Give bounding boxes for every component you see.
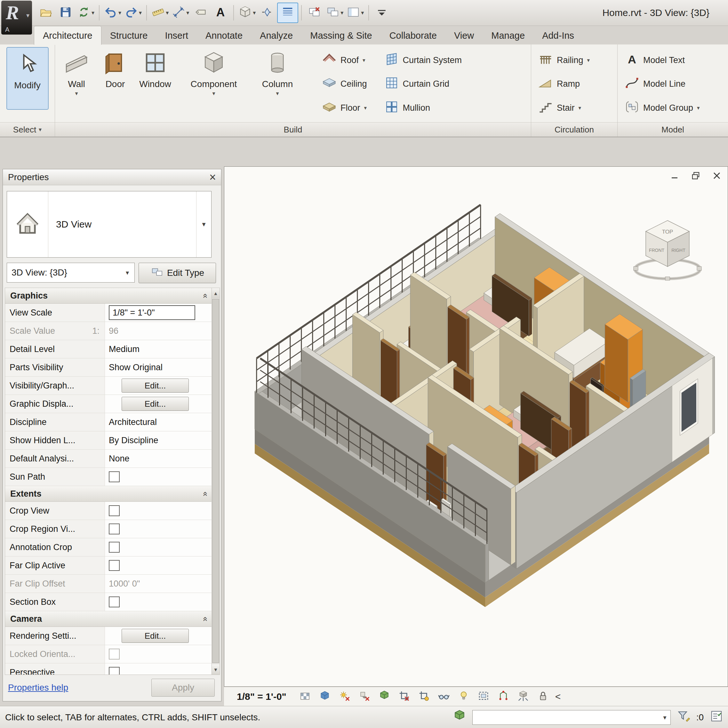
detail-level-button[interactable] [297, 689, 313, 704]
component-button[interactable]: Component▾ [187, 47, 241, 121]
crop-view-button[interactable] [396, 689, 412, 704]
window-button[interactable]: Window [135, 47, 175, 121]
crop-view-checkbox[interactable] [109, 505, 120, 516]
model-text-button[interactable]: A Model Text [622, 49, 702, 71]
restore-view-icon[interactable] [690, 170, 702, 182]
stair-button[interactable]: Stair▾ [536, 97, 592, 119]
view-scale-control[interactable]: 1/8" = 1'-0" [237, 691, 286, 702]
apply-button[interactable]: Apply [151, 679, 215, 697]
view-scale-input[interactable]: 1/8" = 1'-0" [109, 305, 195, 320]
viewcube-front-label[interactable]: FRONT [649, 248, 665, 253]
column-button[interactable]: Column▾ [257, 47, 298, 121]
properties-header[interactable]: Properties × [3, 169, 221, 185]
dropdown-arrow-icon[interactable]: ▾ [341, 9, 343, 16]
curtain-system-button[interactable]: Curtain System [382, 49, 465, 71]
viewcube-top-label[interactable]: TOP [662, 229, 673, 235]
minimize-view-icon[interactable] [669, 170, 680, 182]
mullion-button[interactable]: Mullion [382, 97, 465, 119]
properties-scrollbar[interactable]: ▲ ▼ [211, 288, 220, 675]
reveal-hidden-elements-button[interactable] [456, 689, 471, 704]
detail-level-value[interactable]: Medium [109, 344, 139, 354]
customize-quick-access-button[interactable] [372, 3, 392, 22]
show-analytical-model-button[interactable] [496, 689, 511, 704]
close-hidden-windows-button[interactable] [304, 3, 324, 22]
show-hidden-l-value[interactable]: By Discipline [109, 436, 158, 445]
far-clip-active-checkbox[interactable] [109, 560, 120, 571]
scroll-up-icon[interactable]: ▲ [212, 288, 220, 298]
close-view-icon[interactable] [711, 170, 723, 182]
group-header-graphics[interactable]: Graphics» [5, 288, 212, 304]
panel-label-select[interactable]: Select▾ [0, 122, 55, 137]
close-properties-icon[interactable]: × [209, 171, 216, 183]
viewcube-right-label[interactable]: RIGHT [671, 248, 685, 253]
far-clip-offset-value[interactable]: 1000' 0" [109, 579, 140, 589]
highlight-displacement-sets-button[interactable] [515, 689, 531, 704]
group-header-extents[interactable]: Extents» [5, 486, 212, 502]
dropdown-arrow-icon[interactable]: ▾ [118, 9, 121, 16]
section-button[interactable] [257, 3, 277, 22]
temporary-view-properties-button[interactable] [476, 689, 491, 704]
view-selector-combobox[interactable]: 3D View: {3D} ▾ [7, 263, 135, 283]
group-header-camera[interactable]: Camera» [5, 611, 212, 627]
properties-help-link[interactable]: Properties help [8, 682, 68, 693]
tab-analyze[interactable]: Analyze [251, 26, 301, 45]
rendering-setti-edit-button[interactable]: Edit... [122, 629, 189, 643]
curtain-grid-button[interactable]: Curtain Grid [382, 73, 465, 95]
dropdown-arrow-icon[interactable]: ▾ [253, 9, 256, 16]
tab-annotate[interactable]: Annotate [197, 26, 251, 45]
tab-add-ins[interactable]: Add-Ins [534, 26, 583, 45]
tab-architecture[interactable]: Architecture [34, 26, 101, 45]
worksharing-display-button[interactable] [377, 689, 392, 704]
annotation-crop-checkbox[interactable] [109, 542, 120, 553]
user-interface-button[interactable]: ▾ [345, 3, 366, 22]
dropdown-arrow-icon[interactable]: ▾ [139, 9, 142, 16]
measure-button[interactable]: ▾ [150, 3, 170, 22]
switch-windows-button[interactable]: ▾ [324, 3, 345, 22]
edit-type-button[interactable]: Edit Type [139, 263, 216, 283]
temporary-hide-isolate-button[interactable] [436, 689, 451, 704]
shadows-button[interactable] [357, 689, 372, 704]
aligned-dimension-button[interactable]: ▾ [170, 3, 191, 22]
undo-button[interactable]: ▾ [102, 3, 123, 22]
section-box-checkbox[interactable] [109, 596, 120, 607]
type-selector-arrow-icon[interactable]: ▾ [196, 191, 211, 257]
ceiling-button[interactable]: Ceiling [320, 73, 370, 95]
visual-style-button[interactable] [317, 689, 332, 704]
dropdown-arrow-icon[interactable]: ▾ [92, 9, 95, 16]
railing-button[interactable]: Railing▾ [536, 49, 592, 71]
redo-button[interactable]: ▾ [123, 3, 143, 22]
scroll-thumb[interactable] [212, 299, 219, 663]
design-options-combobox[interactable]: ▾ [472, 710, 671, 725]
sun-path-button[interactable] [337, 689, 352, 704]
model-group-button[interactable]: Model Group▾ [622, 97, 702, 119]
save-button[interactable] [56, 3, 75, 22]
modify-button[interactable]: Modify [6, 47, 49, 110]
discipline-value[interactable]: Architectural [109, 417, 157, 427]
reveal-constraints-button[interactable] [535, 689, 551, 704]
tab-insert[interactable]: Insert [156, 26, 197, 45]
parts-visibility-value[interactable]: Show Original [109, 362, 162, 373]
collapse-arrow-icon[interactable]: < [555, 691, 561, 702]
open-button[interactable] [36, 3, 56, 22]
type-selector[interactable]: 3D View ▾ [7, 191, 211, 258]
tab-collaborate[interactable]: Collaborate [381, 26, 445, 45]
tag-by-category-button[interactable] [191, 3, 211, 22]
floor-button[interactable]: Floor▾ [320, 97, 370, 119]
viewcube[interactable]: TOP FRONT RIGHT [623, 201, 712, 284]
visibility-graph-edit-button[interactable]: Edit... [122, 379, 189, 393]
dropdown-arrow-icon[interactable]: ▾ [361, 9, 364, 16]
drawing-area[interactable]: TOP FRONT RIGHT [224, 167, 728, 687]
tab-massing-site[interactable]: Massing & Site [301, 26, 381, 45]
sun-path-checkbox[interactable] [109, 471, 120, 482]
tab-view[interactable]: View [445, 26, 483, 45]
thin-lines-button[interactable] [277, 3, 298, 23]
dropdown-arrow-icon[interactable]: ▾ [186, 9, 189, 16]
default-3d-view-button[interactable]: ▾ [237, 3, 257, 22]
model-line-button[interactable]: Model Line [622, 73, 702, 95]
default-analysi-value[interactable]: None [109, 454, 130, 464]
selection-toggle-icon[interactable] [710, 709, 723, 725]
roof-button[interactable]: Roof▾ [320, 49, 370, 71]
filter-icon[interactable] [676, 709, 691, 725]
synchronize-button[interactable]: ▾ [75, 3, 96, 22]
application-menu-button[interactable]: R ▾ A [1, 1, 32, 35]
